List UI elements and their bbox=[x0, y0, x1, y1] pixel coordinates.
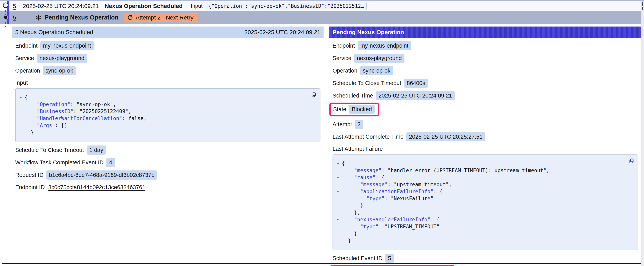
blocked-reason-highlight: Blocked ReasonThe circuit breaker is ope… bbox=[330, 265, 455, 266]
scheduled-field-workflow-task-completed-event-id: Workflow Task Completed Event ID4 bbox=[15, 158, 324, 167]
scheduled-event-detail-panel: 5 Nexus Operation Scheduled 2025-02-25 U… bbox=[12, 27, 324, 191]
field-value: b1c6a4bc-8ee7-468a-9169-df3b02c8737b bbox=[46, 170, 157, 180]
temporal-event-history-view: 5 2025-02-25 UTC 20:24:09.21 Nexus Opera… bbox=[0, 0, 644, 266]
copy-icon[interactable] bbox=[628, 158, 635, 164]
field-value[interactable]: 3c0c75ccfa8144b092c13ce632463761 bbox=[48, 184, 146, 190]
field-label: Last Attempt Complete Time bbox=[332, 134, 404, 140]
chevron-down-icon[interactable] bbox=[17, 94, 24, 101]
scheduled-field-service: Servicenexus-playground bbox=[15, 54, 324, 63]
code-gutter bbox=[17, 101, 24, 108]
pending-field-attempt: Attempt2 bbox=[332, 120, 641, 129]
field-value: 2025-02-25 UTC 20:25:27.51 bbox=[406, 132, 485, 141]
chevron-down-icon[interactable] bbox=[334, 160, 342, 167]
field-label: State bbox=[333, 106, 346, 113]
scheduled-field-request-id: Request IDb1c6a4bc-8ee7-468a-9169-df3b02… bbox=[15, 170, 324, 180]
pending-field-scheduled-event-id: Scheduled Event ID5 bbox=[332, 254, 641, 263]
code-line: { bbox=[17, 94, 316, 101]
code-line: "nexusHandlerFailureInfo": { bbox=[334, 216, 634, 223]
chevron-down-icon[interactable] bbox=[334, 188, 342, 195]
field-label: Service bbox=[332, 55, 352, 61]
code-gutter bbox=[17, 129, 24, 136]
pending-field-state: StateBlocked bbox=[333, 105, 375, 114]
code-gutter bbox=[334, 209, 342, 216]
code-gutter bbox=[17, 122, 24, 129]
pending-nexus-operation-row[interactable]: 5 Pending Nexus Operation Attempt 2 · Ne… bbox=[0, 11, 642, 24]
chevron-down-icon[interactable] bbox=[334, 174, 342, 181]
field-value: nexus-playground bbox=[354, 54, 405, 63]
pending-field-scheduled-time: Scheduled Time2025-02-25 UTC 20:24:09.21 bbox=[332, 91, 641, 100]
scheduled-field-schedule-to-close-timeout: Schedule To Close Timeout1 day bbox=[15, 145, 324, 155]
pending-event-id-link[interactable]: 5 bbox=[13, 14, 16, 21]
code-line: } bbox=[334, 202, 634, 209]
scrollbar[interactable] bbox=[641, 1, 644, 266]
field-value: sync-op-ok bbox=[360, 66, 393, 75]
chevron-down-icon[interactable] bbox=[334, 216, 342, 223]
code-line: "Args": [] bbox=[17, 122, 316, 129]
field-label: Endpoint bbox=[15, 43, 38, 49]
pending-field-service: Servicenexus-playground bbox=[332, 54, 641, 63]
field-label: Workflow Task Completed Event ID bbox=[15, 159, 104, 166]
code-line: "type": "UPSTREAM_TIMEOUT" bbox=[334, 223, 634, 230]
scheduled-panel-header: 5 Nexus Operation Scheduled 2025-02-25 U… bbox=[12, 27, 324, 38]
field-value: sync-op-ok bbox=[43, 66, 76, 75]
code-gutter bbox=[334, 195, 342, 202]
asterisk-icon bbox=[35, 14, 42, 21]
retry-badge-label: Attempt 2 · Next Retry bbox=[136, 14, 194, 21]
code-line: } bbox=[334, 237, 634, 244]
field-label: Endpoint ID bbox=[15, 184, 45, 190]
pending-field-last-attempt-complete-time: Last Attempt Complete Time2025-02-25 UTC… bbox=[332, 132, 641, 141]
code-gutter bbox=[334, 181, 342, 188]
field-label: Endpoint bbox=[332, 43, 355, 49]
event-id-link[interactable]: 5 bbox=[13, 3, 16, 9]
last-attempt-failure-label: Last Attempt Failure bbox=[332, 146, 641, 152]
scheduled-fields-bottom: Schedule To Close Timeout1 dayWorkflow T… bbox=[12, 145, 324, 191]
code-gutter bbox=[334, 167, 342, 174]
field-value: Blocked bbox=[349, 105, 375, 114]
code-gutter bbox=[334, 223, 342, 230]
scheduled-field-operation: Operationsync-op-ok bbox=[15, 66, 324, 75]
field-label: Service bbox=[15, 55, 34, 61]
code-gutter bbox=[334, 202, 342, 209]
pending-operation-name: Pending Nexus Operation bbox=[45, 14, 118, 21]
pending-panel-title: Pending Nexus Operation bbox=[332, 29, 404, 36]
field-value: 86400s bbox=[404, 79, 428, 88]
code-line: "cause": { bbox=[334, 174, 634, 181]
pending-fields-top: Endpointmy-nexus-endpointServicenexus-pl… bbox=[330, 41, 641, 141]
event-row-nexus-operation-scheduled[interactable]: 5 2025-02-25 UTC 20:24:09.21 Nexus Opera… bbox=[0, 1, 642, 11]
pending-operation-detail-panel: Pending Nexus Operation Endpointmy-nexus… bbox=[330, 27, 641, 266]
code-line: "Operation": "sync-op-ok", bbox=[17, 101, 316, 108]
scheduled-panel-title: 5 Nexus Operation Scheduled bbox=[15, 29, 93, 36]
retry-icon bbox=[127, 15, 133, 21]
scrollbar-thumb[interactable] bbox=[642, 2, 643, 6]
input-json-lines: { "Operation": "sync-op-ok", "BusinessID… bbox=[17, 94, 316, 136]
field-value: nexus-playground bbox=[37, 54, 87, 63]
field-value: my-nexus-endpoint bbox=[358, 41, 411, 50]
scheduled-fields-top: Endpointmy-nexus-endpointServicenexus-pl… bbox=[12, 41, 324, 75]
event-input-label: Input bbox=[191, 3, 202, 9]
code-gutter bbox=[17, 115, 24, 122]
event-input-preview: {"Operation":"sync-op-ok","BusinessID":"… bbox=[206, 2, 367, 10]
pending-field-operation: Operationsync-op-ok bbox=[332, 66, 641, 75]
pending-field-schedule-to-close-timeout: Schedule To Close Timeout86400s bbox=[332, 79, 641, 88]
input-json-viewer: { "Operation": "sync-op-ok", "BusinessID… bbox=[15, 88, 320, 142]
retry-attempt-badge: Attempt 2 · Next Retry bbox=[124, 13, 197, 22]
field-label: Scheduled Time bbox=[332, 92, 373, 99]
event-name: Nexus Operation Scheduled bbox=[105, 3, 183, 9]
scheduled-panel-timestamp: 2025-02-25 UTC 20:24:09.21 bbox=[244, 29, 320, 36]
scrollbar-thumb[interactable] bbox=[642, 7, 643, 10]
field-label: Request ID bbox=[15, 172, 44, 178]
field-value: 4 bbox=[106, 158, 115, 167]
failure-json-viewer: { "message": "handler error (UPSTREAM_TI… bbox=[332, 154, 638, 250]
field-label: Operation bbox=[15, 68, 40, 74]
code-line: "message": "upstream timeout", bbox=[334, 181, 634, 188]
pending-fields-bottom: Scheduled Event ID5Blocked ReasonThe cir… bbox=[330, 254, 641, 266]
code-line: }, bbox=[334, 209, 634, 216]
timeline-open-node-icon[interactable] bbox=[3, 3, 8, 8]
copy-icon[interactable] bbox=[310, 92, 317, 98]
code-gutter bbox=[17, 108, 24, 115]
timeline-current-node-icon[interactable] bbox=[3, 15, 8, 20]
event-timestamp: 2025-02-25 UTC 20:24:09.21 bbox=[23, 3, 99, 9]
code-line: "HandlerWaitForCancellation": false, bbox=[17, 115, 316, 122]
field-value: 5 bbox=[385, 254, 394, 263]
code-gutter bbox=[334, 237, 342, 244]
